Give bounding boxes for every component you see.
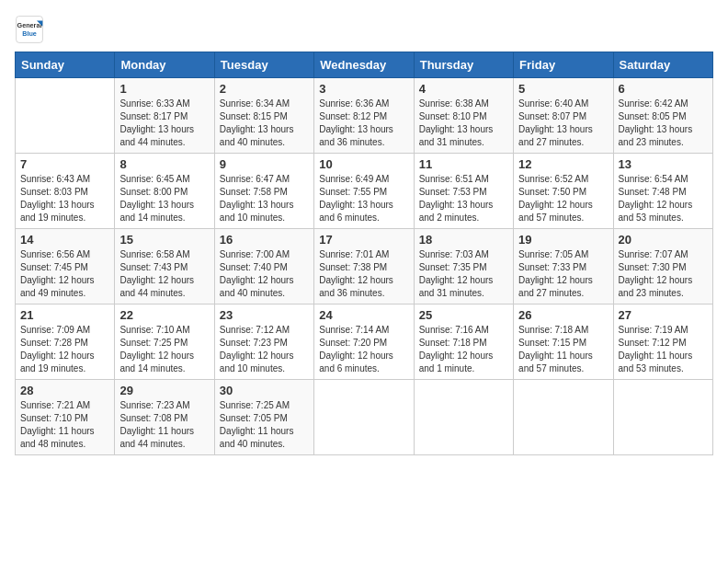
logo: General Blue <box>15 15 48 44</box>
svg-text:Blue: Blue <box>22 29 37 38</box>
calendar-cell: 22Sunrise: 7:10 AM Sunset: 7:25 PM Dayli… <box>115 304 214 380</box>
calendar-cell <box>314 380 414 455</box>
day-info: Sunrise: 6:33 AM Sunset: 8:17 PM Dayligh… <box>119 98 209 149</box>
day-info: Sunrise: 6:52 AM Sunset: 7:50 PM Dayligh… <box>518 173 608 224</box>
week-row-2: 7Sunrise: 6:43 AM Sunset: 8:03 PM Daylig… <box>16 154 713 229</box>
day-info: Sunrise: 6:36 AM Sunset: 8:12 PM Dayligh… <box>319 98 408 149</box>
calendar-cell: 26Sunrise: 7:18 AM Sunset: 7:15 PM Dayli… <box>514 304 613 380</box>
day-number: 5 <box>518 82 608 96</box>
day-number: 23 <box>220 308 309 322</box>
day-number: 11 <box>419 157 508 171</box>
week-row-4: 21Sunrise: 7:09 AM Sunset: 7:28 PM Dayli… <box>16 304 713 380</box>
calendar-cell: 20Sunrise: 7:07 AM Sunset: 7:30 PM Dayli… <box>613 229 712 304</box>
day-number: 3 <box>319 82 408 96</box>
day-info: Sunrise: 7:18 AM Sunset: 7:15 PM Dayligh… <box>518 324 608 375</box>
day-info: Sunrise: 6:51 AM Sunset: 7:53 PM Dayligh… <box>419 173 508 224</box>
day-number: 2 <box>220 82 309 96</box>
week-row-5: 28Sunrise: 7:21 AM Sunset: 7:10 PM Dayli… <box>16 380 713 455</box>
header-friday: Friday <box>514 52 613 78</box>
calendar-cell <box>16 78 115 154</box>
day-number: 4 <box>419 82 508 96</box>
day-number: 7 <box>20 157 109 171</box>
day-number: 29 <box>119 384 209 397</box>
day-number: 22 <box>119 308 209 322</box>
calendar-cell: 8Sunrise: 6:45 AM Sunset: 8:00 PM Daylig… <box>115 154 214 229</box>
calendar-cell: 17Sunrise: 7:01 AM Sunset: 7:38 PM Dayli… <box>314 229 414 304</box>
week-row-3: 14Sunrise: 6:56 AM Sunset: 7:45 PM Dayli… <box>16 229 713 304</box>
day-info: Sunrise: 7:07 AM Sunset: 7:30 PM Dayligh… <box>619 248 708 300</box>
day-number: 15 <box>119 233 209 247</box>
day-info: Sunrise: 6:42 AM Sunset: 8:05 PM Dayligh… <box>619 98 708 149</box>
logo-icon: General Blue <box>15 15 44 44</box>
day-number: 8 <box>119 157 209 171</box>
calendar-cell: 7Sunrise: 6:43 AM Sunset: 8:03 PM Daylig… <box>16 154 115 229</box>
day-info: Sunrise: 7:10 AM Sunset: 7:25 PM Dayligh… <box>119 324 209 375</box>
day-number: 6 <box>619 82 708 96</box>
day-number: 12 <box>518 157 608 171</box>
calendar-cell: 24Sunrise: 7:14 AM Sunset: 7:20 PM Dayli… <box>314 304 414 380</box>
day-number: 1 <box>119 82 209 96</box>
day-info: Sunrise: 7:16 AM Sunset: 7:18 PM Dayligh… <box>419 324 508 375</box>
day-number: 20 <box>619 233 708 247</box>
day-number: 19 <box>518 233 608 247</box>
calendar-cell: 27Sunrise: 7:19 AM Sunset: 7:12 PM Dayli… <box>613 304 712 380</box>
day-info: Sunrise: 7:05 AM Sunset: 7:33 PM Dayligh… <box>518 248 608 300</box>
day-number: 9 <box>220 157 309 171</box>
day-info: Sunrise: 7:12 AM Sunset: 7:23 PM Dayligh… <box>220 324 309 375</box>
calendar-cell: 21Sunrise: 7:09 AM Sunset: 7:28 PM Dayli… <box>16 304 115 380</box>
calendar-cell: 2Sunrise: 6:34 AM Sunset: 8:15 PM Daylig… <box>214 78 313 154</box>
day-number: 14 <box>20 233 109 247</box>
calendar-cell: 9Sunrise: 6:47 AM Sunset: 7:58 PM Daylig… <box>214 154 313 229</box>
day-info: Sunrise: 6:34 AM Sunset: 8:15 PM Dayligh… <box>220 98 309 149</box>
day-number: 26 <box>518 308 608 322</box>
day-number: 16 <box>220 233 309 247</box>
day-number: 18 <box>419 233 508 247</box>
day-info: Sunrise: 7:25 AM Sunset: 7:05 PM Dayligh… <box>220 399 309 451</box>
day-info: Sunrise: 6:38 AM Sunset: 8:10 PM Dayligh… <box>419 98 508 149</box>
calendar-body: 1Sunrise: 6:33 AM Sunset: 8:17 PM Daylig… <box>16 78 713 455</box>
day-info: Sunrise: 7:19 AM Sunset: 7:12 PM Dayligh… <box>619 324 708 375</box>
day-number: 10 <box>319 157 408 171</box>
day-number: 28 <box>20 384 109 397</box>
calendar-cell <box>514 380 613 455</box>
day-info: Sunrise: 7:03 AM Sunset: 7:35 PM Dayligh… <box>419 248 508 300</box>
header-monday: Monday <box>115 52 214 78</box>
day-info: Sunrise: 7:21 AM Sunset: 7:10 PM Dayligh… <box>20 399 109 451</box>
calendar-cell <box>414 380 513 455</box>
day-number: 30 <box>220 384 309 397</box>
day-number: 25 <box>419 308 508 322</box>
calendar-cell: 3Sunrise: 6:36 AM Sunset: 8:12 PM Daylig… <box>314 78 414 154</box>
day-info: Sunrise: 6:43 AM Sunset: 8:03 PM Dayligh… <box>20 173 109 224</box>
page-header: General Blue <box>15 15 713 44</box>
calendar-cell: 14Sunrise: 6:56 AM Sunset: 7:45 PM Dayli… <box>16 229 115 304</box>
calendar-table: SundayMondayTuesdayWednesdayThursdayFrid… <box>15 52 713 455</box>
calendar-cell: 30Sunrise: 7:25 AM Sunset: 7:05 PM Dayli… <box>214 380 313 455</box>
day-info: Sunrise: 7:09 AM Sunset: 7:28 PM Dayligh… <box>20 324 109 375</box>
header-thursday: Thursday <box>414 52 513 78</box>
day-number: 24 <box>319 308 408 322</box>
day-info: Sunrise: 6:45 AM Sunset: 8:00 PM Dayligh… <box>119 173 209 224</box>
week-row-1: 1Sunrise: 6:33 AM Sunset: 8:17 PM Daylig… <box>16 78 713 154</box>
day-info: Sunrise: 6:54 AM Sunset: 7:48 PM Dayligh… <box>619 173 708 224</box>
calendar-cell: 29Sunrise: 7:23 AM Sunset: 7:08 PM Dayli… <box>115 380 214 455</box>
day-number: 17 <box>319 233 408 247</box>
day-info: Sunrise: 6:47 AM Sunset: 7:58 PM Dayligh… <box>220 173 309 224</box>
calendar-cell: 6Sunrise: 6:42 AM Sunset: 8:05 PM Daylig… <box>613 78 712 154</box>
calendar-cell <box>613 380 712 455</box>
day-info: Sunrise: 7:01 AM Sunset: 7:38 PM Dayligh… <box>319 248 408 300</box>
day-info: Sunrise: 6:58 AM Sunset: 7:43 PM Dayligh… <box>119 248 209 300</box>
day-number: 21 <box>20 308 109 322</box>
calendar-cell: 12Sunrise: 6:52 AM Sunset: 7:50 PM Dayli… <box>514 154 613 229</box>
calendar-cell: 15Sunrise: 6:58 AM Sunset: 7:43 PM Dayli… <box>115 229 214 304</box>
calendar-cell: 10Sunrise: 6:49 AM Sunset: 7:55 PM Dayli… <box>314 154 414 229</box>
day-info: Sunrise: 7:23 AM Sunset: 7:08 PM Dayligh… <box>119 399 209 451</box>
calendar-cell: 16Sunrise: 7:00 AM Sunset: 7:40 PM Dayli… <box>214 229 313 304</box>
calendar-cell: 1Sunrise: 6:33 AM Sunset: 8:17 PM Daylig… <box>115 78 214 154</box>
day-info: Sunrise: 6:40 AM Sunset: 8:07 PM Dayligh… <box>518 98 608 149</box>
calendar-header: SundayMondayTuesdayWednesdayThursdayFrid… <box>16 52 713 78</box>
day-number: 13 <box>619 157 708 171</box>
calendar-cell: 13Sunrise: 6:54 AM Sunset: 7:48 PM Dayli… <box>613 154 712 229</box>
svg-text:General: General <box>17 21 42 29</box>
calendar-cell: 28Sunrise: 7:21 AM Sunset: 7:10 PM Dayli… <box>16 380 115 455</box>
header-sunday: Sunday <box>16 52 115 78</box>
